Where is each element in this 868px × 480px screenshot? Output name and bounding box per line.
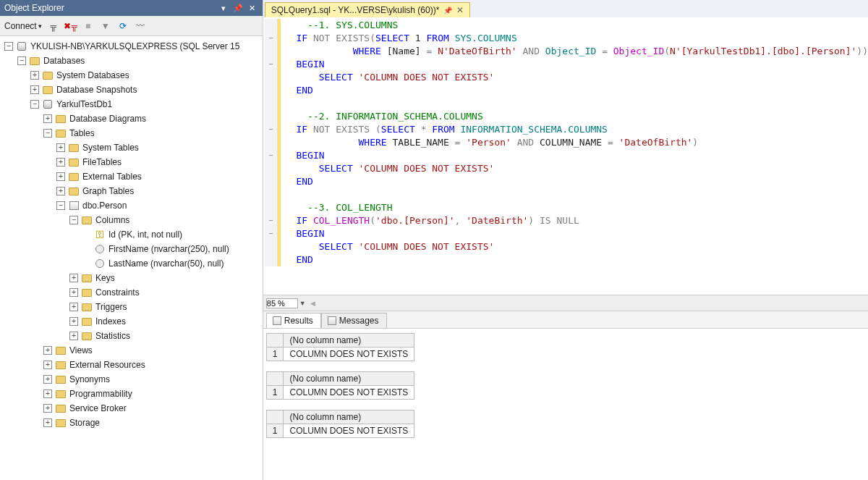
tree-statistics[interactable]: +Statistics bbox=[0, 329, 263, 343]
folder-icon bbox=[55, 403, 67, 414]
filter-icon[interactable]: ▼ bbox=[100, 20, 111, 32]
cell[interactable]: COLUMN DOES NOT EXISTS bbox=[284, 424, 414, 438]
result-tabbar: Results Messages bbox=[263, 311, 868, 328]
col-header[interactable]: (No column name) bbox=[284, 334, 414, 348]
tree-graph-tables[interactable]: +Graph Tables bbox=[0, 184, 263, 198]
folder-icon bbox=[55, 127, 67, 139]
result-grid-1: (No column name) 1COLUMN DOES NOT EXISTS bbox=[266, 333, 868, 361]
scroll-left-icon[interactable]: ◀ bbox=[310, 300, 315, 307]
folder-icon bbox=[42, 84, 54, 96]
result-grid-3: (No column name) 1COLUMN DOES NOT EXISTS bbox=[266, 410, 868, 438]
column-icon bbox=[94, 243, 106, 255]
tree-database-snapshots[interactable]: +Database Snapshots bbox=[0, 83, 263, 97]
tree-external-tables[interactable]: +External Tables bbox=[0, 169, 263, 184]
folder-icon bbox=[55, 113, 67, 125]
close-icon[interactable]: ✕ bbox=[247, 2, 258, 14]
tree-views[interactable]: +Views bbox=[0, 343, 263, 358]
folder-icon bbox=[68, 156, 80, 168]
object-explorer-titlebar: Object Explorer ▾ 📌 ✕ bbox=[0, 0, 263, 16]
folder-icon bbox=[68, 171, 80, 182]
chevron-down-icon[interactable]: ▼ bbox=[299, 300, 306, 307]
pin-icon[interactable]: 📌 bbox=[443, 7, 452, 14]
tree-col-lastname[interactable]: +LastName (nvarchar(50), null) bbox=[0, 256, 263, 271]
object-explorer-title: Object Explorer bbox=[4, 3, 215, 13]
tree-programmability[interactable]: +Programmability bbox=[0, 387, 263, 401]
tree-yarkultestdb1[interactable]: −YarkulTestDb1 bbox=[0, 97, 263, 111]
tree-constraints[interactable]: +Constraints bbox=[0, 285, 263, 300]
disconnect-all-icon[interactable]: ✖╦ bbox=[65, 20, 77, 32]
tree-service-broker[interactable]: +Service Broker bbox=[0, 401, 263, 416]
results-area[interactable]: (No column name) 1COLUMN DOES NOT EXISTS… bbox=[263, 328, 868, 480]
folder-icon bbox=[55, 345, 67, 356]
pin-icon[interactable]: 📌 bbox=[232, 2, 244, 14]
column-icon bbox=[94, 258, 106, 269]
tree-synonyms[interactable]: +Synonyms bbox=[0, 372, 263, 387]
folder-icon bbox=[42, 70, 54, 81]
tree-databases[interactable]: −Databases bbox=[0, 54, 263, 68]
sql-editor[interactable]: --1. SYS.COLUMNS − IF NOT EXISTS(SELECT … bbox=[263, 17, 868, 295]
activity-icon[interactable]: 〰 bbox=[135, 20, 146, 32]
tree-tables[interactable]: −Tables bbox=[0, 126, 263, 140]
disconnect-icon[interactable]: ╦ bbox=[48, 20, 59, 32]
tree-columns[interactable]: −Columns bbox=[0, 213, 263, 227]
row-number[interactable]: 1 bbox=[266, 424, 284, 438]
zoom-input[interactable] bbox=[266, 298, 298, 308]
server-icon bbox=[16, 41, 27, 52]
key-icon: ⚿ bbox=[94, 229, 106, 240]
tree-triggers[interactable]: +Triggers bbox=[0, 300, 263, 314]
folder-icon bbox=[81, 287, 93, 298]
folder-icon bbox=[81, 301, 93, 313]
folder-icon bbox=[29, 55, 41, 67]
tree-system-databases[interactable]: +System Databases bbox=[0, 68, 263, 83]
folder-icon bbox=[81, 316, 93, 327]
table-icon bbox=[68, 200, 80, 211]
object-explorer-tree[interactable]: −YKULISH-NB\YARKULSQLEXPRESS (SQL Server… bbox=[0, 36, 263, 480]
folder-icon bbox=[55, 374, 67, 385]
folder-icon bbox=[55, 359, 67, 371]
tree-filetables[interactable]: +FileTables bbox=[0, 155, 263, 169]
messages-icon bbox=[328, 316, 336, 325]
tree-col-id[interactable]: +⚿Id (PK, int, not null) bbox=[0, 227, 263, 242]
close-icon[interactable]: ✕ bbox=[456, 5, 464, 15]
tree-external-resources[interactable]: +External Resources bbox=[0, 358, 263, 372]
cell[interactable]: COLUMN DOES NOT EXISTS bbox=[284, 386, 414, 400]
editor-panel: SQLQuery1.sql - YK...VERSE\ykulish (60))… bbox=[263, 0, 868, 480]
folder-icon bbox=[68, 142, 80, 153]
tab-sqlquery1[interactable]: SQLQuery1.sql - YK...VERSE\ykulish (60))… bbox=[265, 2, 471, 17]
folder-icon bbox=[55, 417, 67, 429]
refresh-icon[interactable]: ⟳ bbox=[117, 20, 129, 32]
messages-tab[interactable]: Messages bbox=[321, 313, 387, 328]
connect-button[interactable]: Connect▾ bbox=[4, 21, 42, 31]
document-tabbar: SQLQuery1.sql - YK...VERSE\ykulish (60))… bbox=[263, 0, 868, 17]
folder-icon bbox=[81, 272, 93, 284]
zoom-bar: ▼ ◀ bbox=[263, 295, 868, 311]
result-grid-2: (No column name) 1COLUMN DOES NOT EXISTS bbox=[266, 371, 868, 400]
tab-label: SQLQuery1.sql - YK...VERSE\ykulish (60))… bbox=[271, 5, 440, 15]
window-position-icon[interactable]: ▾ bbox=[218, 2, 229, 14]
col-header[interactable]: (No column name) bbox=[284, 372, 414, 386]
folder-icon bbox=[81, 214, 93, 226]
tree-dbo-person[interactable]: −dbo.Person bbox=[0, 198, 263, 213]
tree-server[interactable]: −YKULISH-NB\YARKULSQLEXPRESS (SQL Server… bbox=[0, 39, 263, 54]
object-explorer-panel: Object Explorer ▾ 📌 ✕ Connect▾ ╦ ✖╦ ■ ▼ … bbox=[0, 0, 263, 480]
database-icon bbox=[42, 98, 54, 110]
tree-col-firstname[interactable]: +FirstName (nvarchar(250), null) bbox=[0, 242, 263, 256]
tree-system-tables[interactable]: +System Tables bbox=[0, 140, 263, 155]
folder-icon bbox=[81, 330, 93, 342]
folder-icon bbox=[68, 185, 80, 197]
tree-keys[interactable]: +Keys bbox=[0, 271, 263, 285]
row-number[interactable]: 1 bbox=[266, 386, 284, 400]
stop-icon[interactable]: ■ bbox=[82, 20, 94, 32]
grid-icon bbox=[273, 316, 281, 325]
tree-database-diagrams[interactable]: +Database Diagrams bbox=[0, 111, 263, 126]
tree-indexes[interactable]: +Indexes bbox=[0, 314, 263, 329]
row-number[interactable]: 1 bbox=[266, 348, 284, 361]
col-header[interactable]: (No column name) bbox=[284, 410, 414, 424]
cell[interactable]: COLUMN DOES NOT EXISTS bbox=[284, 348, 414, 361]
object-explorer-toolbar: Connect▾ ╦ ✖╦ ■ ▼ ⟳ 〰 bbox=[0, 16, 263, 36]
results-tab[interactable]: Results bbox=[266, 313, 321, 328]
folder-icon bbox=[55, 388, 67, 400]
tree-storage[interactable]: +Storage bbox=[0, 416, 263, 430]
